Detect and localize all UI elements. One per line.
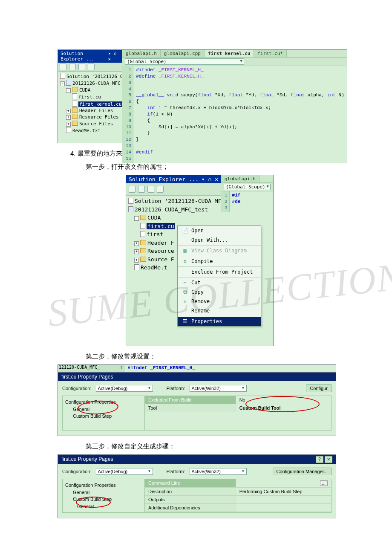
grid-val-excluded[interactable]: No <box>236 396 331 404</box>
compile-icon: ⚙ <box>182 258 188 264</box>
folder-resource[interactable]: Resource <box>147 248 174 254</box>
property-grid[interactable]: Command Line ... Description Performing … <box>145 479 331 512</box>
platform-label: Platform: <box>167 386 185 391</box>
project-node[interactable]: 20121126-CUDA_MFC_t <box>72 81 126 86</box>
toolbar-icon[interactable] <box>138 186 145 193</box>
toolbar-icon[interactable] <box>60 64 66 70</box>
file-readme[interactable]: ReadMe.txt <box>72 128 101 133</box>
tree-custom-build-step[interactable]: Custom Build Step <box>65 413 142 420</box>
grid-key-outputs: Outputs <box>145 496 236 503</box>
context-menu[interactable]: 📄Open Open With... ▦View Class Diagram ⚙… <box>177 225 261 327</box>
file-readme[interactable]: ReadMe.t <box>141 264 167 271</box>
property-tree[interactable]: Configuration Properties General Custom … <box>63 396 145 430</box>
solution-node[interactable]: Solution '20121126-CUDA_MFC_ <box>135 198 228 204</box>
tab-globalapi-h[interactable]: globalapi.h <box>221 175 259 182</box>
tab-first-cu-modified[interactable]: first.cu* <box>254 50 287 57</box>
grid-key-description: Description <box>145 488 236 495</box>
configuration-manager-button[interactable]: Configuration Manager... <box>273 468 331 475</box>
ctx-exclude[interactable]: Exclude From Project <box>178 267 261 277</box>
toolbar-icon[interactable] <box>157 186 164 193</box>
properties-icon: ☰ <box>182 318 188 324</box>
diagram-icon: ▦ <box>182 248 188 254</box>
file-first-truncated[interactable]: first <box>147 231 163 237</box>
step-4b-text: 第二步，修改常规设置； <box>86 350 334 362</box>
truncated-project: 121120-CUDA_MFC_ <box>58 365 118 372</box>
configuration-dropdown[interactable]: Active(Debug) <box>96 385 153 392</box>
file-first-kernel-cu[interactable]: first_kernel.cu <box>78 101 122 107</box>
explorer-title: Solution Explorer ... <box>129 176 199 182</box>
toolbar-icon[interactable] <box>129 186 135 193</box>
solution-explorer-title: Solution Explorer ... ▾ ⌂ ✕ <box>58 50 122 63</box>
ctx-view-class-diagram[interactable]: ▦View Class Diagram <box>178 246 261 255</box>
grid-val-description[interactable]: Performing Custom Build Step <box>236 488 331 495</box>
file-first-cu[interactable]: first.cu <box>147 223 175 229</box>
toolbar-icon[interactable] <box>147 186 154 193</box>
explorer-title-text: Solution Explorer ... <box>61 51 108 62</box>
tab-globalapi-h[interactable]: globalapi.h <box>122 50 161 57</box>
tree-custom-build-step[interactable]: Custom Build Step <box>65 496 142 503</box>
property-tree[interactable]: Configuration Properties General Custom … <box>63 479 145 512</box>
tree-config-properties[interactable]: Configuration Properties <box>65 482 142 489</box>
tab-globalapi-cpp[interactable]: globalapi.cpp <box>161 50 205 57</box>
folder-cuda[interactable]: CUDA <box>79 87 91 93</box>
line-gutter: 123456789101112131415 <box>122 66 133 163</box>
scope-dropdown[interactable]: (Global Scope) <box>224 184 271 190</box>
code-editor[interactable]: 123456789101112131415 #ifndef _FIRST_KER… <box>122 66 347 163</box>
configuration-manager-button[interactable]: Configur <box>306 384 331 392</box>
explorer-toolbar <box>58 63 122 72</box>
configuration-dropdown[interactable]: Active(Debug) <box>96 468 153 475</box>
cut-icon: ✂ <box>182 280 188 286</box>
tree-general[interactable]: General <box>65 406 142 413</box>
grid-val-outputs[interactable] <box>236 496 331 503</box>
grid-key-additional-deps: Additional Dependencies <box>145 504 236 512</box>
property-pages-title: first.cu Property Pages <box>58 373 336 381</box>
scope-dropdown[interactable]: (Global Scope) <box>125 58 244 65</box>
open-icon: 📄 <box>182 228 188 234</box>
toolbar-icon[interactable] <box>78 64 85 70</box>
ctx-open[interactable]: 📄Open <box>178 226 261 235</box>
file-first-cu[interactable]: first.cu <box>78 94 101 100</box>
folder-resource[interactable]: Resource Files <box>79 114 119 120</box>
property-pages-title: first.cu Property Pages ? ✕ <box>58 455 336 464</box>
ctx-remove[interactable]: ✕Remove <box>178 297 261 306</box>
browse-button[interactable]: ... <box>320 480 328 486</box>
folder-header[interactable]: Header F <box>147 240 174 246</box>
remove-icon: ✕ <box>182 298 188 304</box>
ctx-compile[interactable]: ⚙Compile <box>178 257 261 266</box>
ctx-open-with[interactable]: Open With... <box>178 235 261 245</box>
folder-cuda[interactable]: CUDA <box>147 214 161 221</box>
tree-custom-general[interactable]: General <box>65 503 142 510</box>
grid-val-tool[interactable]: Custom Build Tool <box>236 404 331 412</box>
code-content[interactable]: #ifndef _FIRST_KERNEL_H_ #define _FIRST_… <box>133 66 347 163</box>
copy-icon: ⧉ <box>182 289 188 295</box>
grid-val-commandline[interactable]: ... <box>236 479 331 487</box>
close-button[interactable]: ✕ <box>325 456 332 463</box>
grid-val-additional-deps[interactable] <box>236 504 331 512</box>
toolbar-icon[interactable] <box>88 64 95 70</box>
tab-first-kernel-cu[interactable]: first_kernel.cu <box>205 50 254 57</box>
ctx-cut[interactable]: ✂Cut <box>178 278 261 287</box>
folder-source[interactable]: Source Files <box>79 121 113 127</box>
configuration-label: Configuration: <box>62 469 92 474</box>
ctx-copy[interactable]: ⧉Copy <box>178 287 261 297</box>
tree-general[interactable]: General <box>65 489 142 496</box>
titlebar-buttons[interactable]: ▾ ⌂ ✕ <box>108 51 119 62</box>
platform-label: Platform: <box>167 469 185 474</box>
platform-dropdown[interactable]: Active(Win32) <box>190 385 247 392</box>
editor-tabs[interactable]: globalapi.h globalapi.cpp first_kernel.c… <box>122 50 347 58</box>
grid-key-excluded: Excluded From Build <box>145 396 236 404</box>
configuration-label: Configuration: <box>62 386 92 391</box>
toolbar-icon[interactable] <box>69 64 76 70</box>
project-node[interactable]: 20121126-CUDA_MFC_test <box>135 206 208 213</box>
help-button[interactable]: ? <box>316 456 323 463</box>
ctx-rename[interactable]: Rename <box>178 306 261 315</box>
ctx-properties[interactable]: ☰Properties <box>178 317 261 326</box>
tree-config-properties[interactable]: Configuration Properties <box>65 399 142 406</box>
titlebar-buttons[interactable]: ▾ ⌂ ✕ <box>202 176 218 182</box>
solution-tree[interactable]: Solution '20121126-CUDA_MF -20121126-CUD… <box>58 72 122 139</box>
folder-header[interactable]: Header Files <box>79 108 113 113</box>
property-grid[interactable]: Excluded From Build No Tool Custom Build… <box>145 396 331 430</box>
platform-dropdown[interactable]: Active(Win32) <box>190 468 247 475</box>
step-4c-text: 第三步，修改自定义生成步骤； <box>86 440 334 452</box>
folder-source[interactable]: Source F <box>147 256 174 263</box>
